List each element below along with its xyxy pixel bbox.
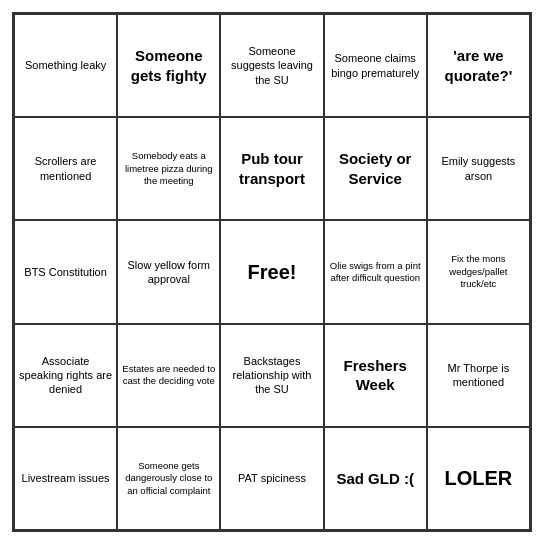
bingo-cell: Someone gets dangerously close to an off… bbox=[117, 427, 220, 530]
bingo-cell: Emily suggests arson bbox=[427, 117, 530, 220]
bingo-board: Something leakySomeone gets fightySomeon… bbox=[12, 12, 532, 532]
bingo-cell: Something leaky bbox=[14, 14, 117, 117]
bingo-cell: Mr Thorpe is mentioned bbox=[427, 324, 530, 427]
bingo-cell: Livestream issues bbox=[14, 427, 117, 530]
bingo-cell: Someone suggests leaving the SU bbox=[220, 14, 323, 117]
bingo-cell: Estates are needed to cast the deciding … bbox=[117, 324, 220, 427]
bingo-cell: Pub tour transport bbox=[220, 117, 323, 220]
bingo-cell: Sad GLD :( bbox=[324, 427, 427, 530]
bingo-cell: Backstages relationship with the SU bbox=[220, 324, 323, 427]
bingo-cell: Free! bbox=[220, 220, 323, 323]
bingo-cell: Scrollers are mentioned bbox=[14, 117, 117, 220]
bingo-cell: Somebody eats a limetree pizza during th… bbox=[117, 117, 220, 220]
bingo-cell: Someone claims bingo prematurely bbox=[324, 14, 427, 117]
bingo-cell: BTS Constitution bbox=[14, 220, 117, 323]
bingo-cell: Olie swigs from a pint after difficult q… bbox=[324, 220, 427, 323]
bingo-cell: Slow yellow form approval bbox=[117, 220, 220, 323]
bingo-cell: Associate speaking rights are denied bbox=[14, 324, 117, 427]
bingo-cell: PAT spiciness bbox=[220, 427, 323, 530]
bingo-cell: Fix the mons wedges/pallet truck/etc bbox=[427, 220, 530, 323]
bingo-cell: Someone gets fighty bbox=[117, 14, 220, 117]
bingo-cell: 'are we quorate?' bbox=[427, 14, 530, 117]
bingo-cell: LOLER bbox=[427, 427, 530, 530]
bingo-cell: Freshers Week bbox=[324, 324, 427, 427]
bingo-cell: Society or Service bbox=[324, 117, 427, 220]
